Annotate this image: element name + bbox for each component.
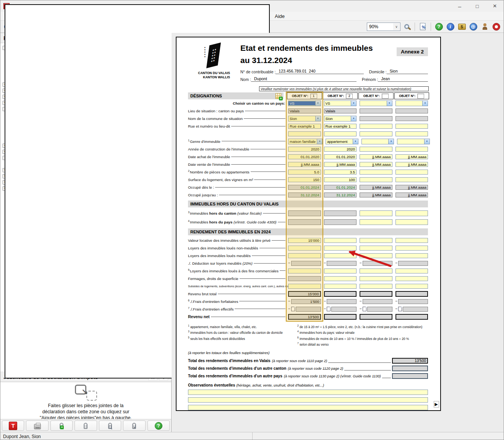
fermages-obj4-input[interactable] — [395, 276, 428, 281]
loyers-non-meubles-obj1-input[interactable] — [288, 246, 321, 251]
online-services-button[interactable] — [468, 21, 478, 32]
subsides-obj2-input[interactable] — [324, 284, 357, 289]
nombre-pieces-obj3-input[interactable] — [360, 170, 392, 175]
date-achat-obj1-input[interactable]: 01.01.2020 — [288, 154, 321, 159]
detail-document-icon[interactable] — [363, 307, 366, 311]
menu-aide[interactable]: Aide — [271, 13, 288, 20]
nom-value[interactable]: Dupont — [251, 76, 269, 82]
surface-obj1-input[interactable]: 150 — [288, 177, 321, 182]
canton-obj1-select[interactable]: VS — [288, 100, 321, 106]
canton-obj4-select[interactable] — [395, 100, 428, 106]
percent-document-button[interactable] — [418, 21, 428, 32]
dropdown-arrow-icon[interactable] — [422, 101, 428, 106]
loyers-meubles-obj3-input[interactable] — [360, 253, 392, 258]
date-vente-obj3-input[interactable]: jj.MM.aaaa — [360, 162, 392, 167]
rue-suite-obj1-input[interactable] — [288, 131, 321, 136]
loyers-meubles-obj4-input[interactable] — [395, 253, 428, 258]
minimize-button[interactable] — [451, 0, 468, 12]
dropdown-arrow-icon[interactable] — [315, 116, 321, 121]
attachments-dropzone[interactable]: Faites glisser les pièces jointes de la … — [0, 382, 171, 419]
vstax-button[interactable] — [2, 421, 24, 431]
dropdown-arrow-icon[interactable] — [424, 139, 429, 144]
dropdown-arrow-icon[interactable] — [315, 101, 321, 106]
date-achat-obj2-input[interactable]: 01.01.2020 — [324, 154, 357, 159]
loyers-commerciaux-obj1-input[interactable] — [288, 269, 321, 273]
date-achat-obj3-input[interactable]: jj.MM.aaaa — [360, 154, 392, 159]
dropdown-arrow-icon[interactable] — [351, 116, 356, 121]
loyers-commerciaux-obj3-input[interactable] — [360, 269, 392, 273]
zoom-select[interactable]: 90% — [367, 23, 400, 31]
date-vente-obj4-input[interactable]: jj.MM.aaaa — [395, 162, 428, 167]
annee-construction-obj1-input[interactable]: 2020 — [288, 147, 321, 152]
tree-item-observations-particulieres-sur-la-declaration-d-impot[interactable]: +Observations particulières sur la décla… — [0, 185, 171, 191]
rue-obj1-input[interactable]: Rue example 1 — [288, 124, 321, 129]
annee-construction-obj2-input[interactable]: 2020 — [324, 147, 357, 152]
maximize-button[interactable] — [468, 0, 486, 12]
date-achat-obj4-input[interactable]: jj.MM.aaaa — [395, 154, 428, 159]
prenom-value[interactable]: Jean — [378, 76, 392, 82]
objet-number-3[interactable] — [382, 94, 389, 99]
dropdown-arrow-icon[interactable] — [351, 101, 356, 106]
assistance-button[interactable] — [491, 21, 501, 32]
fermages-obj2-input[interactable] — [324, 276, 357, 281]
contact-support-button[interactable] — [480, 21, 490, 32]
date-vente-obj1-input[interactable]: jj.MM.aaaa — [288, 162, 321, 167]
genre-obj1-select[interactable]: maison familiale — [288, 139, 322, 144]
hors-canton-obj4-input[interactable] — [395, 210, 428, 216]
hors-canton-obj3-input[interactable] — [360, 210, 392, 216]
contribuable-value[interactable]: 123.456.789.01 240 — [275, 69, 318, 74]
surface-obj3-input[interactable] — [360, 177, 392, 182]
dropdown-arrow-icon[interactable] — [387, 101, 392, 106]
canton-obj2-select[interactable]: VS — [324, 100, 357, 106]
nombre-pieces-obj4-input[interactable] — [395, 170, 428, 175]
domicile-value[interactable]: Sion — [387, 69, 400, 74]
objet-number-1[interactable]: 1 — [310, 94, 317, 99]
subsides-obj1-input[interactable] — [288, 284, 321, 289]
rue-suite-obj4-input[interactable] — [395, 131, 428, 136]
loyers-meubles-obj2-input[interactable] — [324, 253, 357, 258]
surface-obj4-input[interactable] — [395, 177, 428, 182]
objet-number-4[interactable] — [417, 94, 424, 99]
loyers-non-meubles-obj2-input[interactable] — [324, 246, 357, 251]
zoom-dropdown-icon[interactable] — [393, 23, 400, 30]
canton-obj3-select[interactable] — [360, 100, 392, 106]
detail-document-icon[interactable] — [327, 307, 331, 311]
nombre-pieces-obj1-input[interactable]: 5.0 — [288, 170, 321, 175]
dropdown-arrow-icon[interactable] — [388, 139, 394, 144]
commune-obj1-select[interactable]: Sion — [288, 116, 321, 121]
genre-obj4-select[interactable] — [397, 139, 430, 144]
loyers-non-meubles-obj3-input[interactable] — [360, 246, 392, 251]
scan-attachment-button[interactable] — [26, 421, 48, 431]
dropdown-arrow-icon[interactable] — [353, 139, 358, 144]
genre-obj2-select[interactable]: appartement — [326, 139, 358, 144]
rue-obj4-input[interactable] — [395, 124, 428, 129]
observation-input-3[interactable] — [188, 405, 428, 410]
commune-obj2-select[interactable]: Sion — [324, 116, 357, 121]
nombre-pieces-obj2-input[interactable]: 3.5 — [324, 170, 357, 175]
subsides-obj4-input[interactable] — [395, 284, 428, 289]
close-button[interactable] — [486, 0, 504, 12]
info-button[interactable] — [445, 21, 455, 32]
annee-construction-obj3-input[interactable] — [360, 147, 392, 152]
detail-document-icon[interactable] — [398, 307, 402, 311]
valeur-locative-obj3-input[interactable] — [360, 238, 392, 243]
fermages-obj3-input[interactable] — [360, 276, 392, 281]
annee-construction-obj4-input[interactable] — [395, 147, 428, 152]
zoom-button[interactable] — [402, 21, 412, 32]
add-attachment-button[interactable] — [50, 421, 73, 431]
valeur-locative-obj4-input[interactable] — [395, 238, 428, 243]
loyers-commerciaux-obj2-input[interactable] — [324, 269, 357, 273]
valeur-locative-obj1-input[interactable]: 15'000 — [288, 238, 321, 243]
observation-input-2[interactable] — [188, 397, 428, 403]
loyers-meubles-obj1-input[interactable] — [288, 253, 321, 258]
genre-obj3-select[interactable] — [361, 139, 394, 144]
surface-obj2-input[interactable]: 100 — [324, 177, 357, 182]
add-object-icon[interactable] — [275, 93, 281, 99]
loyers-commerciaux-obj4-input[interactable] — [395, 269, 428, 273]
rue-obj3-input[interactable] — [360, 124, 392, 129]
valeur-locative-obj2-input[interactable] — [324, 238, 357, 243]
rue-obj2-input[interactable]: Rue example 1 — [324, 124, 357, 129]
dropdown-arrow-icon[interactable] — [317, 139, 322, 144]
observation-input-1[interactable] — [188, 390, 428, 395]
view-attachment-button[interactable] — [99, 421, 121, 431]
